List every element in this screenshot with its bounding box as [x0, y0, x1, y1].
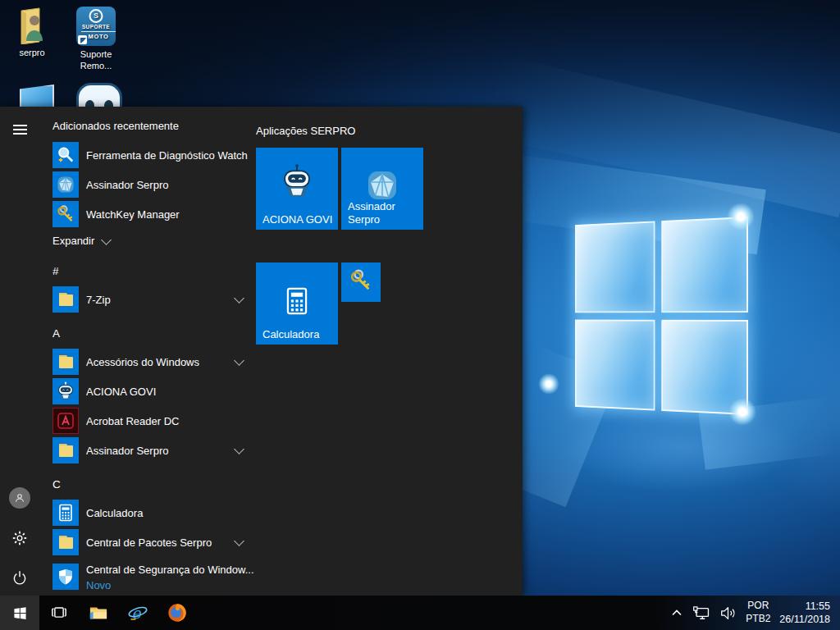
windows-logo-wallpaper [575, 217, 748, 415]
gear-icon [11, 530, 28, 546]
taskbar: e [0, 596, 840, 630]
chevron-up-icon [670, 607, 683, 619]
section-letter-hash[interactable]: # [52, 265, 248, 278]
tile-calculadora[interactable]: Calculadora [256, 262, 338, 345]
speaker-icon [719, 605, 737, 621]
tile-group-header: Aplicações SERPRO [256, 125, 355, 137]
app-item-7zip[interactable]: 7-Zip [52, 286, 248, 313]
light-sparkle [538, 373, 559, 395]
chevron-down-icon[interactable] [234, 355, 244, 366]
power-icon [11, 569, 28, 586]
chevron-down-icon[interactable] [234, 536, 244, 546]
desktop-icon-label: serpro [0, 48, 64, 59]
folder-icon [52, 437, 79, 463]
keys-icon [52, 201, 79, 227]
windows-pane [575, 221, 655, 312]
app-item-acrobat-reader[interactable]: Acrobat Reader DC [52, 408, 248, 434]
light-sparkle [727, 203, 755, 231]
suporte-logo-s: S [89, 9, 103, 23]
app-item-assinador-serpro-recent[interactable]: Assinador Serpro [52, 171, 248, 198]
firefox-button[interactable] [158, 596, 197, 630]
file-explorer-button[interactable] [79, 596, 118, 630]
chevron-down-icon[interactable] [234, 444, 244, 454]
start-button[interactable] [0, 596, 39, 630]
keys-icon [349, 268, 373, 296]
keyboard-layout: PTB2 [746, 613, 770, 624]
hamburger-menu-button[interactable] [0, 110, 39, 149]
light-sparkle [728, 398, 756, 426]
volume-button[interactable] [719, 605, 737, 621]
windows-logo-icon [13, 606, 27, 620]
remote-arrow-glyph [78, 35, 87, 44]
firefox-icon [167, 602, 188, 623]
internet-explorer-button[interactable]: e [118, 596, 158, 630]
robot-icon [278, 162, 316, 203]
date: 26/11/2018 [779, 614, 830, 625]
app-item-assinador-serpro[interactable]: Assinador Serpro [52, 437, 248, 463]
user-folder-icon [15, 7, 49, 44]
folder-icon [52, 529, 79, 555]
user-account-button[interactable] [0, 478, 39, 518]
desktop: serpro S SUPORTE MOTO Suporte Remo... [0, 0, 840, 630]
novo-badge: Novo [86, 579, 111, 591]
app-item-central-seguranca[interactable]: Central de Segurança do Window... Novo [52, 559, 248, 595]
internet-explorer-icon: e [127, 602, 148, 623]
tile-label: Calculadora [262, 328, 333, 340]
tile-aciona-govi[interactable]: ACIONA GOVI [256, 148, 338, 230]
suporte-remoto-icon: S SUPORTE MOTO [76, 7, 116, 46]
task-view-icon [49, 604, 69, 622]
chevron-down-icon [101, 235, 112, 245]
language-code: POR [747, 600, 769, 611]
magnifier-key-icon [52, 142, 79, 168]
app-item-ferramenta-diagnostico[interactable]: Ferramenta de Diagnóstico Watch... [52, 142, 248, 168]
tile-label: Assinador Serpro [348, 200, 418, 226]
folder-icon [52, 349, 79, 375]
robot-icon [52, 378, 79, 404]
acrobat-icon [52, 408, 79, 434]
section-letter-a[interactable]: A [52, 327, 248, 340]
chevron-down-icon[interactable] [234, 293, 244, 304]
start-menu: Adicionados recentemente Ferramenta de D… [0, 107, 523, 596]
language-indicator[interactable]: POR PTB2 [746, 600, 770, 625]
folder-icon [52, 286, 79, 313]
power-button[interactable] [0, 558, 39, 596]
desktop-icon-robot-partial[interactable] [76, 83, 122, 109]
tile-assinador-serpro[interactable]: Assinador Serpro [341, 148, 423, 230]
desktop-icon-label: Suporte [64, 49, 128, 61]
calculator-icon [281, 285, 313, 320]
app-item-aciona-govi[interactable]: ACIONA GOVI [52, 378, 248, 404]
tile-watchkey[interactable] [341, 262, 381, 302]
hamburger-icon [13, 125, 27, 135]
desktop-icon-suporte-remoto[interactable]: S SUPORTE MOTO Suporte Remo... [64, 7, 128, 72]
calculator-icon [52, 500, 79, 526]
settings-button[interactable] [0, 518, 39, 558]
app-item-label: Central de Segurança do Window... [86, 564, 254, 576]
defender-shield-icon [52, 564, 79, 590]
tile-label: ACIONA GOVI [262, 213, 333, 226]
file-explorer-icon [88, 604, 109, 622]
time: 11:55 [806, 600, 830, 612]
avatar [9, 487, 30, 509]
hidden-icons-button[interactable] [670, 607, 683, 619]
app-item-watchkey-manager[interactable]: WatchKey Manager [52, 201, 248, 227]
app-item-calculadora[interactable]: Calculadora [52, 500, 248, 526]
windows-pane [575, 319, 655, 410]
section-letter-c[interactable]: C [52, 478, 248, 491]
task-view-button[interactable] [39, 596, 79, 630]
taskbar-empty-area [197, 596, 670, 630]
app-item-central-pacotes[interactable]: Central de Pacotes Serpro [52, 529, 248, 555]
clock[interactable]: 11:55 26/11/2018 [779, 600, 830, 627]
expand-label: Expandir [52, 235, 94, 247]
network-button[interactable] [692, 605, 710, 621]
desktop-icon-serpro[interactable]: serpro [0, 7, 64, 59]
user-icon [13, 491, 26, 504]
windows-pane [661, 217, 748, 313]
app-item-acessorios-windows[interactable]: Acessórios do Windows [52, 349, 248, 375]
suporte-caption-1: SUPORTE [76, 24, 116, 30]
start-menu-app-list: Adicionados recentemente Ferramenta de D… [52, 107, 248, 596]
recent-section-header: Adicionados recentemente [52, 120, 248, 132]
ethernet-network-icon [692, 605, 710, 621]
expand-button[interactable]: Expandir [52, 232, 248, 249]
system-tray: POR PTB2 11:55 26/11/2018 [670, 596, 840, 630]
desktop-icon-label: Remo... [64, 61, 128, 72]
